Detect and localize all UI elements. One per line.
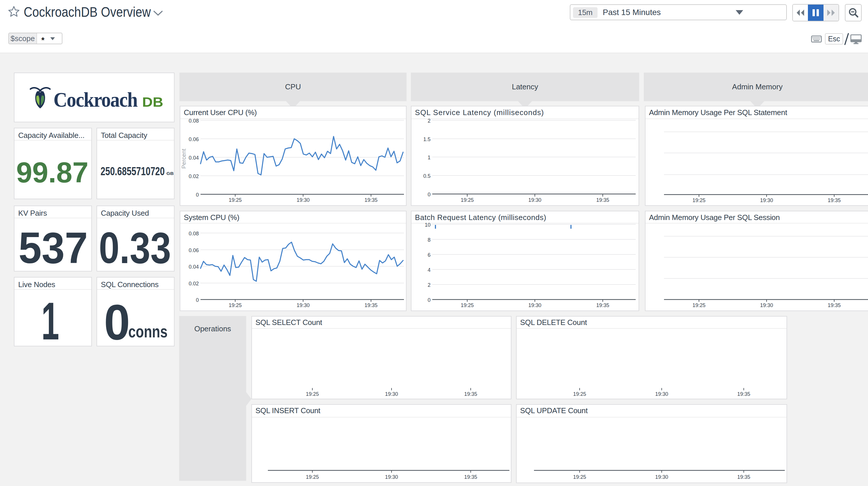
svg-text:Percent: Percent <box>181 149 187 169</box>
svg-text:19:25: 19:25 <box>228 197 242 203</box>
svg-text:0.06: 0.06 <box>189 137 199 142</box>
svg-text:19:30: 19:30 <box>385 474 398 480</box>
svg-text:0.5: 0.5 <box>423 173 431 179</box>
svg-text:6: 6 <box>428 252 431 258</box>
svg-text:19:25: 19:25 <box>306 474 319 480</box>
svg-text:GB: GB <box>166 171 174 176</box>
svg-text:0.02: 0.02 <box>189 173 199 179</box>
svg-text:8: 8 <box>428 237 431 243</box>
svg-text:0.02: 0.02 <box>189 281 199 287</box>
svg-text:19:25: 19:25 <box>461 197 473 203</box>
svg-text:1: 1 <box>428 155 431 161</box>
svg-text:0.04: 0.04 <box>189 264 199 270</box>
svg-text:19:35: 19:35 <box>828 197 841 203</box>
svg-text:537: 537 <box>19 223 88 271</box>
svg-text:19:35: 19:35 <box>737 474 750 480</box>
svg-text:19:25: 19:25 <box>692 197 705 203</box>
svg-text:2: 2 <box>428 282 431 288</box>
svg-text:0.06: 0.06 <box>189 248 199 253</box>
svg-text:19:35: 19:35 <box>596 303 609 308</box>
svg-text:19:35: 19:35 <box>464 391 477 397</box>
svg-text:conns: conns <box>128 322 167 341</box>
svg-text:19:35: 19:35 <box>737 391 750 397</box>
svg-text:19:30: 19:30 <box>655 474 668 480</box>
svg-text:19:30: 19:30 <box>655 391 668 397</box>
svg-text:1.5: 1.5 <box>423 137 431 142</box>
svg-text:19:25: 19:25 <box>573 391 586 397</box>
svg-text:0: 0 <box>196 297 199 303</box>
svg-text:0: 0 <box>196 192 199 198</box>
svg-text:19:30: 19:30 <box>528 197 541 203</box>
svg-text:19:25: 19:25 <box>228 303 242 308</box>
svg-text:19:25: 19:25 <box>461 303 473 308</box>
svg-text:19:25: 19:25 <box>306 391 319 397</box>
svg-text:19:25: 19:25 <box>573 474 586 480</box>
svg-text:0.08: 0.08 <box>189 231 199 236</box>
svg-text:0.04: 0.04 <box>189 155 199 161</box>
svg-text:19:30: 19:30 <box>760 197 773 203</box>
svg-text:19:30: 19:30 <box>297 197 309 203</box>
svg-text:0: 0 <box>428 297 431 303</box>
svg-text:Cockroach: Cockroach <box>54 88 137 110</box>
svg-text:0.33: 0.33 <box>99 223 171 271</box>
svg-text:0.08: 0.08 <box>189 118 199 124</box>
svg-text:CockroachDB Overview: CockroachDB Overview <box>24 4 151 20</box>
svg-text:19:35: 19:35 <box>364 197 377 203</box>
svg-text:4: 4 <box>428 267 431 273</box>
svg-text:99.87: 99.87 <box>16 156 88 189</box>
svg-text:19:30: 19:30 <box>297 303 309 308</box>
svg-text:19:35: 19:35 <box>596 197 609 203</box>
svg-text:10: 10 <box>425 222 431 228</box>
svg-text:0: 0 <box>104 294 130 346</box>
svg-text:19:30: 19:30 <box>760 303 773 308</box>
svg-text:0: 0 <box>428 192 431 197</box>
svg-text:1: 1 <box>41 291 59 346</box>
svg-text:DB: DB <box>142 94 163 110</box>
svg-text:2: 2 <box>428 118 431 124</box>
svg-text:19:35: 19:35 <box>364 303 377 308</box>
svg-text:19:35: 19:35 <box>828 303 841 308</box>
svg-text:250.6855710720: 250.6855710720 <box>100 165 165 177</box>
svg-text:19:35: 19:35 <box>464 474 477 480</box>
svg-text:19:30: 19:30 <box>385 391 398 397</box>
svg-text:19:30: 19:30 <box>528 303 541 308</box>
svg-text:19:25: 19:25 <box>692 303 705 308</box>
